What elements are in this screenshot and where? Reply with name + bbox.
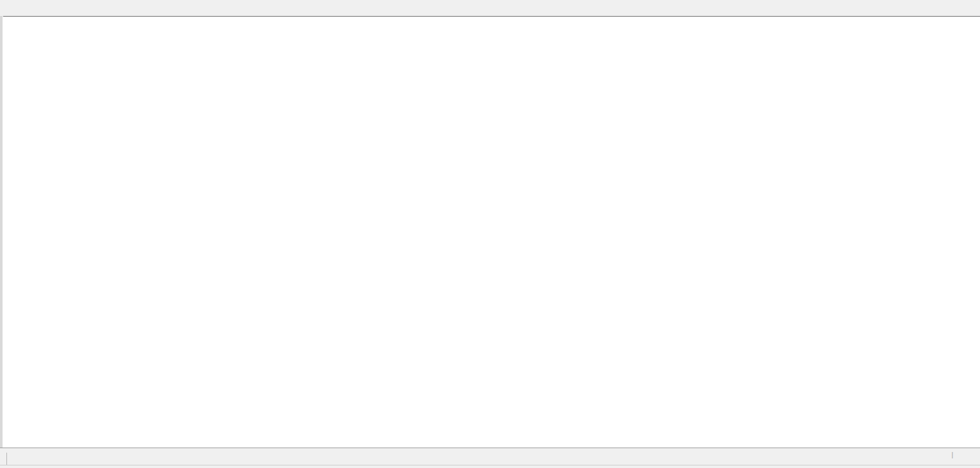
chart-tab-bar: | xyxy=(0,448,980,465)
status-strip xyxy=(0,465,980,468)
tab-separator: | xyxy=(951,451,953,462)
mt4-application-window: | xyxy=(0,0,980,468)
tab-scroll-arrows: | xyxy=(951,451,980,465)
timeframe-toolbar xyxy=(0,0,980,17)
chart-window xyxy=(0,16,980,448)
tab-bar-left-edge xyxy=(0,453,7,465)
chart-surface[interactable] xyxy=(3,17,980,448)
